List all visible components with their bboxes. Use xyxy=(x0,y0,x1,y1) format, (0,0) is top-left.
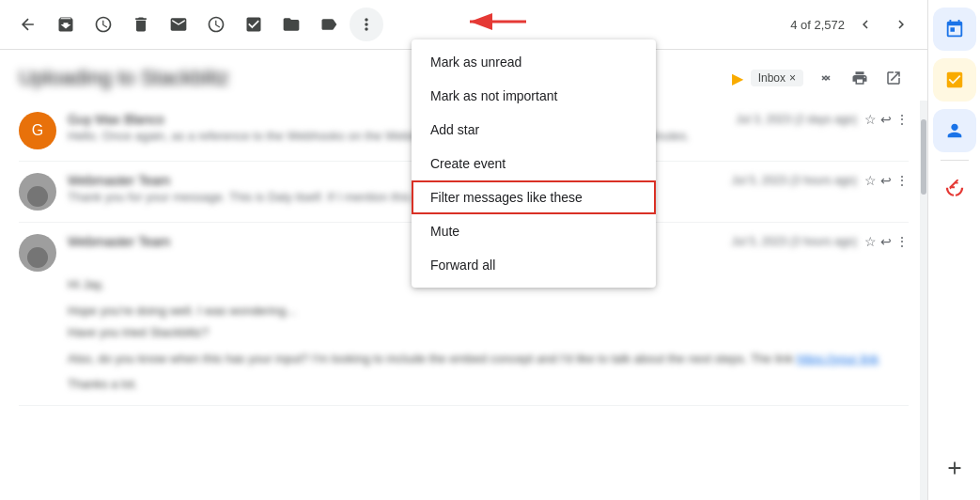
folder-button[interactable] xyxy=(274,8,308,41)
prev-page-button[interactable] xyxy=(850,9,880,39)
inbox-label: Inbox xyxy=(758,71,786,85)
inbox-tag: Inbox × xyxy=(751,70,803,86)
avatar: G xyxy=(19,112,56,149)
message-sender: Webmaster Team xyxy=(68,234,170,249)
delete-button[interactable] xyxy=(124,8,158,41)
reply-icon[interactable]: ↩ xyxy=(880,112,892,127)
menu-item-create-event[interactable]: Create event xyxy=(412,147,656,180)
menu-item-mark-not-important[interactable]: Mark as not important xyxy=(412,79,656,113)
more-icon[interactable]: ⋮ xyxy=(895,173,909,188)
priority-icon: ▶ xyxy=(732,70,743,87)
header-actions xyxy=(811,63,909,93)
message-body: Hi Jay, Hope you're doing well. I was wo… xyxy=(19,272,909,394)
pagination-text: 4 of 2,572 xyxy=(790,18,845,32)
task-button[interactable] xyxy=(237,8,271,41)
label-button[interactable] xyxy=(312,8,346,41)
message-icons: ☆ ↩ ⋮ xyxy=(864,112,909,127)
sidebar-feather-icon[interactable] xyxy=(933,168,976,211)
reply-icon[interactable]: ↩ xyxy=(880,173,892,188)
message-time: Jul 3, 2023 (2 days ago) xyxy=(736,113,857,126)
star-icon[interactable]: ☆ xyxy=(864,234,877,249)
right-sidebar xyxy=(927,0,980,500)
avatar xyxy=(19,173,56,211)
snooze-button[interactable] xyxy=(86,8,120,41)
sidebar-tasks-icon[interactable] xyxy=(933,58,976,102)
collapse-button[interactable] xyxy=(811,63,841,93)
sidebar-add-button[interactable] xyxy=(938,451,972,485)
menu-item-forward-all[interactable]: Forward all xyxy=(412,248,656,282)
more-icon[interactable]: ⋮ xyxy=(895,112,909,127)
back-button[interactable] xyxy=(11,8,45,41)
message-sender: Guy Max Blanco xyxy=(68,112,164,127)
sidebar-calendar-icon[interactable] xyxy=(933,8,976,51)
menu-item-filter-messages[interactable]: Filter messages like these xyxy=(412,180,656,214)
email-button[interactable] xyxy=(162,8,195,41)
scrollbar-thumb[interactable] xyxy=(921,119,926,195)
expand-button[interactable] xyxy=(879,63,909,93)
pagination: 4 of 2,572 xyxy=(790,9,916,39)
next-page-button[interactable] xyxy=(886,9,916,39)
more-options-button[interactable] xyxy=(350,8,383,41)
time-button[interactable] xyxy=(199,8,233,41)
print-button[interactable] xyxy=(845,63,875,93)
menu-item-mark-unread[interactable]: Mark as unread xyxy=(412,45,656,79)
star-icon[interactable]: ☆ xyxy=(864,112,877,127)
more-icon[interactable]: ⋮ xyxy=(895,234,909,249)
menu-item-mute[interactable]: Mute xyxy=(412,214,656,248)
archive-button[interactable] xyxy=(49,8,83,41)
scrollbar[interactable] xyxy=(920,101,927,500)
reply-icon[interactable]: ↩ xyxy=(880,234,892,249)
arrow-indicator xyxy=(460,8,536,39)
message-time: Jul 5, 2023 (3 hours ago) xyxy=(732,235,857,248)
avatar xyxy=(19,234,56,272)
message-link[interactable]: https://your link xyxy=(797,352,879,366)
message-icons: ☆ ↩ ⋮ xyxy=(864,173,909,188)
sidebar-divider xyxy=(941,160,969,161)
dropdown-menu: Mark as unread Mark as not important Add… xyxy=(412,39,656,288)
star-icon[interactable]: ☆ xyxy=(864,173,877,188)
message-sender: Webmaster Team xyxy=(68,173,170,188)
inbox-tag-close[interactable]: × xyxy=(789,71,796,85)
menu-item-add-star[interactable]: Add star xyxy=(412,113,656,147)
message-time: Jul 5, 2023 (3 hours ago) xyxy=(732,174,857,187)
sidebar-contacts-icon[interactable] xyxy=(933,109,976,152)
message-icons: ☆ ↩ ⋮ xyxy=(864,234,909,249)
